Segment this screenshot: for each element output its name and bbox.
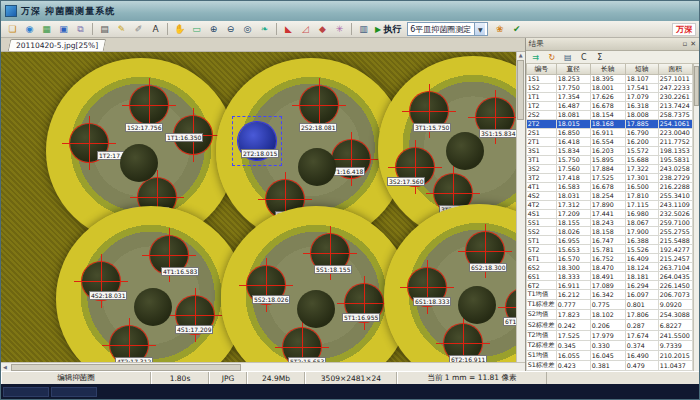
- table-cell: 223.0040: [658, 128, 692, 137]
- table-row[interactable]: 3T217.41817.52517.301238.2729: [526, 173, 692, 182]
- table-row[interactable]: 5T116.95516.74716.388215.5488: [526, 236, 692, 245]
- table-row[interactable]: S2标准差0.2420.2060.2876.8227: [526, 320, 692, 330]
- scroll-up-icon[interactable]: ▲: [517, 52, 525, 58]
- column-header[interactable]: 直径: [556, 64, 590, 75]
- edit-note-icon[interactable]: ✐: [131, 22, 146, 36]
- hole: [120, 144, 158, 182]
- table-row[interactable]: 2T218.01518.16817.885254.1061: [526, 119, 692, 128]
- measure-area-icon[interactable]: ◆: [315, 22, 330, 36]
- column-header[interactable]: 长轴: [590, 64, 625, 75]
- pencil-icon[interactable]: ✎: [114, 22, 129, 36]
- status-cell: 编辑抑菌圈: [1, 372, 151, 384]
- method-dropdown[interactable]: 6平皿抑菌圈测定 ▼: [407, 22, 488, 36]
- table-row[interactable]: 6T116.57016.75216.409215.2457: [526, 254, 692, 263]
- table-row[interactable]: S1均值16.05516.04516.490210.2015: [526, 350, 692, 360]
- text-icon[interactable]: A: [148, 22, 163, 36]
- table-cell: 0.374: [625, 340, 658, 350]
- image-column: 20110420-5.jpg[25%] 1S2:17.7561T1:16.350…: [1, 38, 526, 371]
- table-row[interactable]: 5S218.02618.15817.900255.2755: [526, 227, 692, 236]
- zoom-out-icon[interactable]: ⊖: [223, 22, 238, 36]
- column-header[interactable]: 面积: [658, 64, 692, 75]
- scroll-thumb[interactable]: [517, 60, 524, 120]
- table-row[interactable]: 4T217.31217.89017.115243.1109: [526, 200, 692, 209]
- image-canvas[interactable]: 1S2:17.7561T1:16.3501T2:17.3541S1:16.487…: [1, 52, 516, 362]
- sum-icon[interactable]: Σ: [594, 53, 606, 62]
- table-cell: 2T2: [526, 119, 556, 128]
- table-row[interactable]: 2S218.08118.15418.008258.7375: [526, 110, 692, 119]
- table-row[interactable]: T1均值16.21216.34216.097206.7073: [526, 290, 692, 300]
- table-row[interactable]: 3S217.56017.88417.322243.0258: [526, 164, 692, 173]
- inhibition-zone[interactable]: [300, 86, 338, 124]
- column-header[interactable]: 短轴: [625, 64, 658, 75]
- taskbar-item[interactable]: [51, 387, 97, 397]
- clear-icon[interactable]: C: [578, 53, 590, 62]
- open-icon[interactable]: ❏: [5, 22, 20, 36]
- check-icon[interactable]: ✔: [509, 22, 524, 36]
- table-row[interactable]: 4S117.20917.44116.980232.5026: [526, 209, 692, 218]
- image-icon[interactable]: ▦: [39, 22, 54, 36]
- settings-icon[interactable]: ✳: [332, 22, 347, 36]
- table-row[interactable]: 4S218.03118.25417.810255.3410: [526, 191, 692, 200]
- results-panel: 结果 ▫ ✕ ⇉↻▤CΣ 编号直径长轴短轴面积 1S118.25318.3951…: [526, 38, 699, 371]
- hand-icon[interactable]: ✋: [172, 22, 187, 36]
- table-row[interactable]: 5T215.65315.78115.526192.4277: [526, 245, 692, 254]
- table-row[interactable]: T1标准差0.7770.7750.8019.0920: [526, 300, 692, 310]
- frame-icon[interactable]: ▭: [189, 22, 204, 36]
- table-cell: 17.626: [590, 92, 625, 101]
- scroll-thumb[interactable]: [694, 66, 699, 106]
- table-cell: 18.154: [590, 110, 625, 119]
- column-header[interactable]: 编号: [526, 64, 556, 75]
- table-row[interactable]: S2均值17.82318.10217.806254.3088: [526, 310, 692, 320]
- monitor-icon[interactable]: ▥: [356, 22, 371, 36]
- table-row[interactable]: T2标准差0.3450.3300.3749.7339: [526, 340, 692, 350]
- table-row[interactable]: T2均值17.52517.97917.674241.5500: [526, 330, 692, 340]
- table-row[interactable]: 3S115.83416.20315.572198.1353: [526, 146, 692, 155]
- flower-icon[interactable]: ❀: [492, 22, 507, 36]
- table-row[interactable]: 2T116.41816.55416.200211.7752: [526, 137, 692, 146]
- inhibition-zone[interactable]: [130, 86, 168, 124]
- zoom-in-icon[interactable]: ⊕: [206, 22, 221, 36]
- tab-image[interactable]: 20110420-5.jpg[25%]: [8, 39, 107, 51]
- table-row[interactable]: 1T216.48716.67816.318213.7424: [526, 101, 692, 110]
- table-row[interactable]: 2S116.85016.91116.790223.0040: [526, 128, 692, 137]
- redo-icon[interactable]: ↻: [546, 53, 558, 62]
- table-row[interactable]: 6S118.33318.49118.181264.0435: [526, 272, 692, 281]
- camera-icon[interactable]: ◉: [22, 22, 37, 36]
- table-row[interactable]: 4T116.58316.67816.500216.2288: [526, 182, 692, 191]
- sample-hole: [134, 288, 172, 326]
- canvas-vertical-scrollbar[interactable]: ▲: [516, 52, 525, 362]
- table-cell: 17.884: [590, 164, 625, 173]
- measure-angle-icon[interactable]: ◣: [281, 22, 296, 36]
- table-row[interactable]: 5S118.15518.24318.067259.7100: [526, 218, 692, 227]
- run-button[interactable]: ▶ 执行: [372, 23, 404, 36]
- close-icon[interactable]: ✕: [690, 40, 696, 48]
- pin-icon[interactable]: ▫: [682, 40, 687, 48]
- table-row[interactable]: 1S217.75018.00117.541247.2233: [526, 83, 692, 92]
- table-cell: 16.850: [556, 128, 590, 137]
- table-row[interactable]: 1T117.35417.62617.079230.2261: [526, 92, 692, 101]
- hole: [134, 288, 172, 326]
- table-row[interactable]: S1标准差0.4230.3810.47911.0437: [526, 360, 692, 370]
- table-cell: 263.7104: [658, 263, 692, 272]
- table-scrollbar[interactable]: [693, 64, 699, 371]
- table-row[interactable]: 3T115.75015.89515.688195.5831: [526, 155, 692, 164]
- export-result-icon[interactable]: ⇉: [530, 53, 542, 62]
- leaf-icon[interactable]: ❧: [257, 22, 272, 36]
- table-row[interactable]: 1S118.25318.39518.107257.1011: [526, 75, 692, 84]
- table-row[interactable]: 6T216.91117.08916.294226.1450: [526, 281, 692, 290]
- zoom-fit-icon[interactable]: ◎: [240, 22, 255, 36]
- export-icon[interactable]: ⧉: [73, 22, 88, 36]
- table-cell: 0.479: [625, 360, 658, 370]
- taskbar-item[interactable]: [3, 387, 49, 397]
- scroll-left-icon[interactable]: ◀: [1, 364, 9, 370]
- print-icon[interactable]: ▤: [97, 22, 112, 36]
- table-cell: 0.330: [590, 340, 625, 350]
- table-cell: 0.423: [556, 360, 590, 370]
- print-result-icon[interactable]: ▤: [562, 53, 574, 62]
- save-icon[interactable]: ▣: [56, 22, 71, 36]
- table-cell: 17.418: [556, 173, 590, 182]
- scroll-thumb[interactable]: [11, 364, 241, 371]
- canvas-horizontal-scrollbar[interactable]: ◀: [1, 362, 525, 371]
- measure-line-icon[interactable]: ◿: [298, 22, 313, 36]
- table-row[interactable]: 6S218.30018.47018.124263.7104: [526, 263, 692, 272]
